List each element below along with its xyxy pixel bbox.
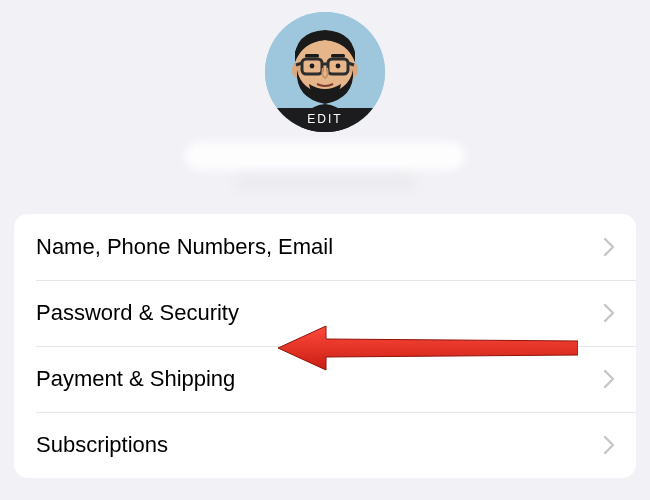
svg-rect-5: [331, 54, 345, 58]
row-label: Name, Phone Numbers, Email: [36, 234, 333, 260]
chevron-right-icon: [604, 238, 614, 256]
row-password-security[interactable]: Password & Security: [14, 280, 636, 346]
row-payment-shipping[interactable]: Payment & Shipping: [14, 346, 636, 412]
avatar[interactable]: EDIT: [265, 12, 385, 132]
profile-name-area: [185, 142, 465, 192]
avatar-edit-label[interactable]: EDIT: [265, 108, 385, 132]
row-subscriptions[interactable]: Subscriptions: [14, 412, 636, 478]
row-label: Subscriptions: [36, 432, 168, 458]
chevron-right-icon: [604, 436, 614, 454]
svg-line-9: [296, 63, 302, 65]
svg-point-11: [310, 64, 315, 69]
profile-header: EDIT: [0, 0, 650, 192]
profile-email-redacted: [235, 174, 415, 192]
chevron-right-icon: [604, 370, 614, 388]
profile-name-redacted: [185, 142, 465, 170]
row-label: Payment & Shipping: [36, 366, 235, 392]
settings-card: Name, Phone Numbers, Email Password & Se…: [14, 214, 636, 478]
svg-point-12: [336, 64, 341, 69]
row-name-phone-email[interactable]: Name, Phone Numbers, Email: [14, 214, 636, 280]
svg-line-10: [348, 63, 354, 65]
row-label: Password & Security: [36, 300, 239, 326]
chevron-right-icon: [604, 304, 614, 322]
svg-rect-4: [305, 54, 319, 58]
